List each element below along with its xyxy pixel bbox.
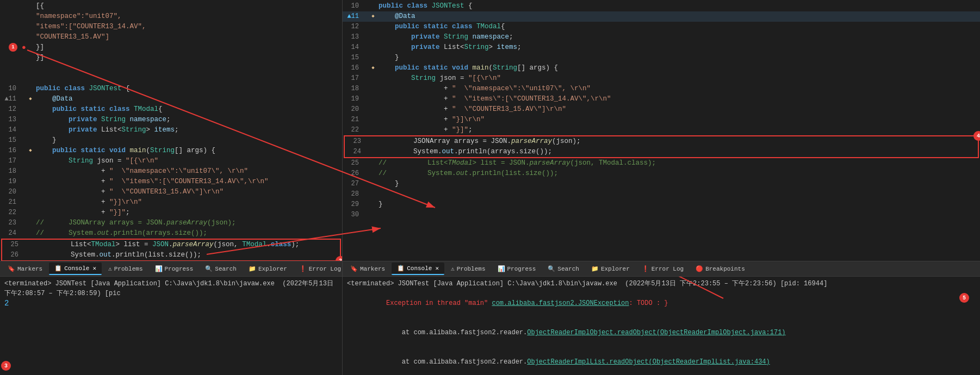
code-line: "namespace":"unit07", (0, 11, 342, 22)
code-line: 24 // System.out.println(arrays.size()); (0, 228, 342, 239)
annotation-badge-3: 3 (1, 361, 11, 371)
tab-markers-left[interactable]: 🔖 Markers (2, 263, 48, 274)
code-line: 20 + " \"COUNTER13_15.AV\"]\r\n" (0, 187, 342, 197)
code-line: }] (0, 53, 342, 63)
console-content-right: <terminated> JSONTest [Java Application]… (343, 277, 980, 375)
code-line: 13 private String namespace; (0, 115, 342, 125)
code-line: 10 public class JSONTest { (0, 84, 342, 94)
code-line: ▲11 ◆ @Data (343, 11, 980, 22)
code-line: 12 public static class TModal{ (343, 22, 980, 32)
annotation-badge-1: 1 (9, 43, 17, 52)
tab-console-left[interactable]: 📋 Console ✕ (49, 262, 102, 275)
code-line: 27 } (343, 179, 980, 189)
console-error-line-1: at com.alibaba.fastjson2.reader.ObjectRe… (347, 318, 976, 347)
code-line: 29 } (343, 199, 980, 210)
code-line: 26 // System.out.println(list.size()); (343, 168, 980, 179)
code-line: 26 System.out.println(list.size()); (2, 250, 340, 260)
right-red-box: 23 JSONArray arrays = JSON.parseArray(js… (344, 135, 979, 158)
code-line: 21 + "}]\r\n" (343, 115, 980, 125)
code-line: 22 + "}]"; (0, 208, 342, 218)
annotation-badge-5: 5 (959, 293, 969, 303)
tab-errorlog-left[interactable]: ❗ Error Log (294, 263, 346, 274)
code-line: ● }] 1 (0, 42, 342, 53)
code-line: 19 + " \"items\":[\"COUNTER13_14.AV\",\r… (0, 177, 342, 187)
tab-breakpoints-right[interactable]: 🔴 Breakpoints (690, 263, 750, 274)
error-link-2[interactable]: ObjectReaderImplObject.readObject(Object… (527, 329, 785, 336)
code-line: 24 System.out.println(arrays.size()); (345, 147, 978, 157)
code-line: 15 } (343, 53, 980, 63)
left-red-box: 25 List<TModal> list = JSON.parseArray(j… (1, 239, 341, 261)
code-line: 14 private List<String> items; (0, 125, 342, 135)
code-line: 30 (343, 210, 980, 220)
code-line: 25 // List<TModal> list = JSON.parseArra… (343, 158, 980, 168)
error-link-3[interactable]: ObjectReaderImplList.readObject(ObjectRe… (527, 358, 770, 366)
code-line: 28 (343, 189, 980, 199)
console-output-left: 2 (4, 298, 338, 308)
left-code-panel: [{ "namespace":"unit07", "items":["COUNT… (0, 0, 343, 261)
code-line: "COUNTER13_15.AV"] (0, 32, 342, 42)
console-terminated-right: <terminated> JSONTest [Java Application]… (347, 279, 976, 289)
error-link-1[interactable]: com.alibaba.fastjson2.JSONException (492, 299, 629, 307)
code-line: 10 public class JSONTest { (343, 1, 980, 11)
bottom-right-panel: 🔖 Markers 📋 Console ✕ ⚠ Problems 📊 Progr… (343, 261, 980, 375)
code-line: ▲11 ◆ @Data (0, 94, 342, 104)
console-terminated-left: <terminated> JSONTest [Java Application]… (4, 279, 338, 298)
code-line: 21 + "}]\r\n" (0, 197, 342, 208)
code-line: 13 private String namespace; (343, 32, 980, 42)
code-line: 23 JSONArray arrays = JSON.parseArray(js… (345, 136, 978, 147)
tab-progress-left[interactable]: 📊 Progress (150, 263, 199, 274)
code-line: 16 ◆ public static void main(String[] ar… (343, 63, 980, 73)
code-line: 17 String json = "[{\r\n" (0, 156, 342, 166)
tab-console-right[interactable]: 📋 Console ✕ (392, 262, 444, 275)
bottom-area: 🔖 Markers 📋 Console ✕ ⚠ Problems 📊 Progr… (0, 261, 980, 375)
code-line: 22 + "}]"; (343, 125, 980, 135)
tab-markers-right[interactable]: 🔖 Markers (345, 263, 390, 274)
code-line: 15 } (0, 135, 342, 146)
console-content-left: <terminated> JSONTest [Java Application]… (0, 277, 342, 375)
code-line: 18 + " \"namespace\":\"unit07\", \r\n" (0, 166, 342, 177)
bottom-right-tab-bar: 🔖 Markers 📋 Console ✕ ⚠ Problems 📊 Progr… (343, 261, 980, 277)
tab-search-left[interactable]: 🔍 Search (200, 263, 242, 274)
tab-errorlog-right[interactable]: ❗ Error Log (636, 263, 689, 274)
tab-explorer-right[interactable]: 📁 Explorer (586, 263, 635, 274)
left-code-area: [{ "namespace":"unit07", "items":["COUNT… (0, 0, 342, 261)
bottom-left-tab-bar: 🔖 Markers 📋 Console ✕ ⚠ Problems 📊 Progr… (0, 261, 342, 277)
code-line (0, 63, 342, 73)
annotation-badge-4: 4 (973, 131, 980, 141)
console-error-line-2: at com.alibaba.fastjson2.reader.ObjectRe… (347, 347, 976, 375)
code-line: 14 private List<String> items; (343, 42, 980, 53)
right-code-area: 10 public class JSONTest { ▲11 ◆ @Data 1… (343, 0, 980, 261)
code-line (0, 73, 342, 84)
console-error-main: Exception in thread "main" com.alibaba.f… (347, 289, 976, 318)
code-line: 19 + " \"items\":[\"COUNTER13_14.AV\",\r… (343, 94, 980, 104)
code-line: 23 // JSONArray arrays = JSON.parseArray… (0, 218, 342, 228)
right-code-panel: 10 public class JSONTest { ▲11 ◆ @Data 1… (343, 0, 980, 261)
bottom-left-panel: 🔖 Markers 📋 Console ✕ ⚠ Problems 📊 Progr… (0, 261, 343, 375)
tab-explorer-left[interactable]: 📁 Explorer (243, 263, 293, 274)
code-line: 20 + " \"COUNTER13_15.AV\"]\r\n" (343, 104, 980, 115)
tab-progress-right[interactable]: 📊 Progress (492, 263, 542, 274)
code-line: 16 ◆ public static void main(String[] ar… (0, 146, 342, 156)
code-line: "items":["COUNTER13_14.AV", (0, 22, 342, 32)
code-line: 12 public static class TModal{ (0, 104, 342, 115)
code-line: 25 List<TModal> list = JSON.parseArray(j… (2, 240, 340, 250)
code-line: 18 + " \"namespace\":\"unit07\", \r\n" (343, 84, 980, 94)
code-line: [{ (0, 1, 342, 11)
tab-search-right[interactable]: 🔍 Search (542, 263, 585, 274)
code-line: 17 String json = "[{\r\n" (343, 73, 980, 84)
tab-problems-right[interactable]: ⚠ Problems (445, 263, 491, 274)
tab-problems-left[interactable]: ⚠ Problems (103, 263, 148, 274)
